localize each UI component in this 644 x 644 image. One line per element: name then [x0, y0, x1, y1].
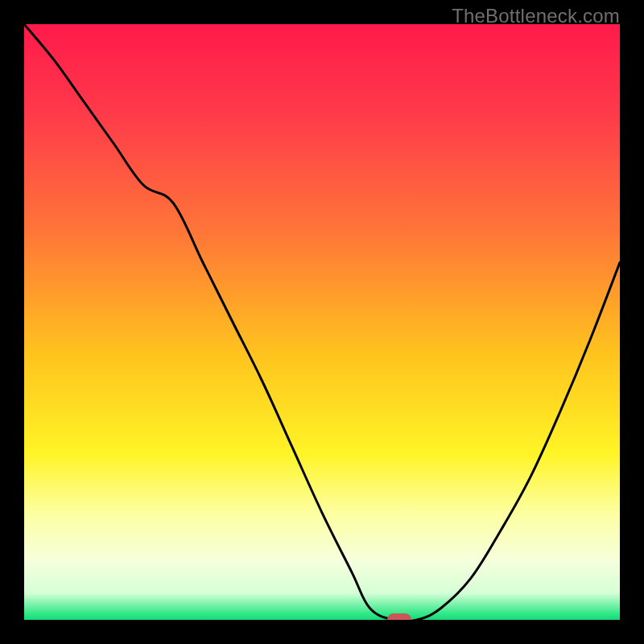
- plot-area: [24, 24, 620, 620]
- watermark-text: TheBottleneck.com: [452, 5, 620, 27]
- chart-frame: TheBottleneck.com: [0, 0, 644, 644]
- optimal-marker: [387, 613, 411, 620]
- bottleneck-curve: [24, 24, 620, 620]
